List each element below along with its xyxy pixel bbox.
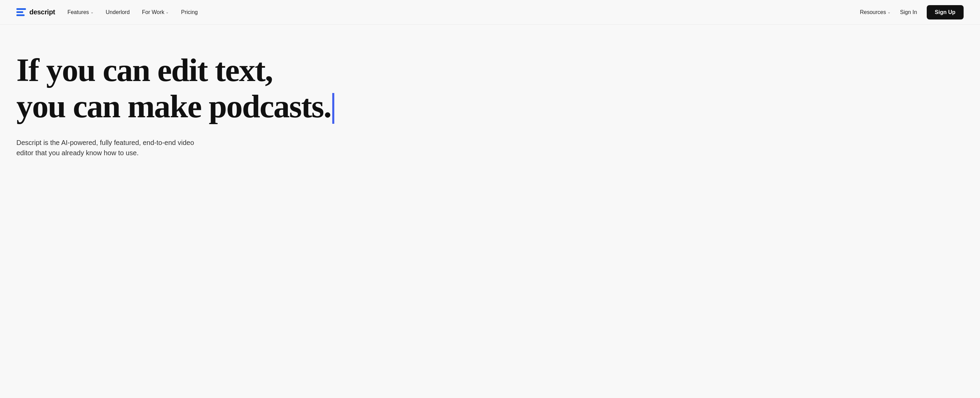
nav-item-pricing-label: Pricing [181, 9, 198, 15]
nav-item-features[interactable]: Features ⌄ [67, 9, 93, 15]
logo[interactable]: descript [16, 8, 55, 16]
hero-subtext: Descript is the AI-powered, fully featur… [16, 137, 201, 158]
nav-right: Resources ⌄ Sign In Sign Up [860, 5, 964, 19]
nav-item-for-work-label: For Work [142, 9, 164, 15]
hero-section: If you can edit text, you can make podca… [0, 25, 478, 179]
logo-icon [16, 8, 26, 16]
nav-item-underlord[interactable]: Underlord [106, 9, 130, 15]
main-nav: descript Features ⌄ Underlord For Work ⌄… [0, 0, 980, 25]
logo-bar-2 [16, 11, 23, 13]
chevron-down-icon-3: ⌄ [888, 10, 891, 14]
logo-text: descript [29, 8, 55, 16]
hero-headline-line2: you can make podcasts. [16, 88, 331, 125]
chevron-down-icon-2: ⌄ [165, 10, 169, 14]
nav-item-pricing[interactable]: Pricing [181, 9, 198, 15]
nav-item-underlord-label: Underlord [106, 9, 130, 15]
hero-headline-line1: If you can edit text, [16, 52, 272, 88]
sign-in-button[interactable]: Sign In [900, 9, 917, 15]
logo-bar-1 [16, 8, 26, 10]
chevron-down-icon: ⌄ [91, 10, 94, 14]
cursor-line [332, 93, 334, 124]
logo-bar-3 [16, 14, 25, 16]
nav-item-for-work[interactable]: For Work ⌄ [142, 9, 169, 15]
sign-up-button[interactable]: Sign Up [927, 5, 964, 19]
nav-item-resources-label: Resources [860, 9, 886, 15]
hero-headline: If you can edit text, you can make podca… [16, 52, 462, 125]
nav-item-features-label: Features [67, 9, 89, 15]
nav-item-resources[interactable]: Resources ⌄ [860, 9, 890, 15]
nav-left: descript Features ⌄ Underlord For Work ⌄… [16, 8, 198, 16]
